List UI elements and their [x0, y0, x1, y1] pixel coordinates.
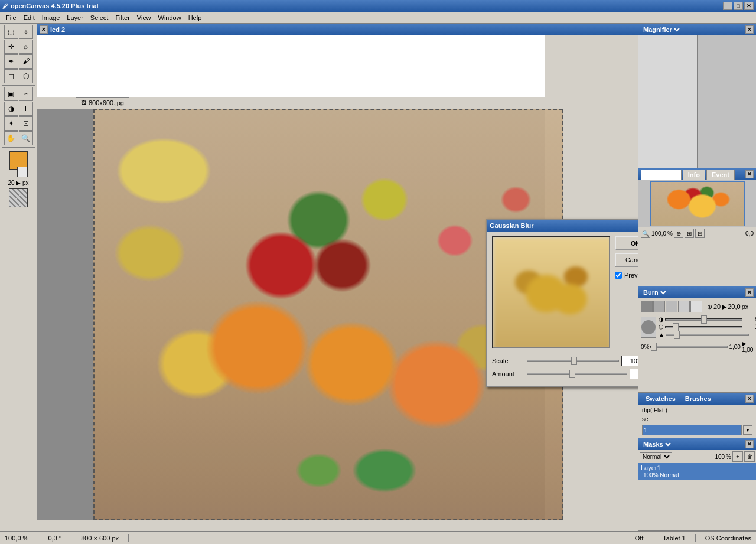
menu-view[interactable]: View [133, 13, 155, 22]
dialog-preview [492, 236, 610, 348]
close-button[interactable]: ✕ [744, 2, 754, 10]
minimize-button[interactable]: _ [723, 2, 732, 10]
tab-navigator[interactable]: Navigator [641, 170, 682, 180]
brush-preset-3[interactable] [666, 301, 677, 312]
swatches-close[interactable]: ✕ [745, 395, 754, 403]
eraser-tool[interactable]: ◻ [4, 69, 18, 83]
flow-slider[interactable] [665, 326, 742, 328]
canvas-window-title: led 2 [50, 26, 65, 33]
menu-file[interactable]: File [2, 13, 20, 22]
zoom-in-button[interactable]: ⊕ [674, 229, 683, 238]
right-panel: Magnifier ✕ Navigator Info Event [638, 24, 756, 531]
opacity-value: 100 [715, 454, 725, 460]
magnifier-title-bar: Magnifier ✕ [638, 24, 756, 35]
tab-info[interactable]: Info [683, 170, 705, 180]
layer-info: 100% Normal [641, 471, 754, 479]
masks-close[interactable]: ✕ [745, 440, 754, 448]
scale-value[interactable] [621, 356, 638, 366]
pattern-preview[interactable] [9, 188, 28, 207]
pen-tool[interactable]: ✒ [4, 54, 18, 69]
size-value: 20 [713, 303, 721, 310]
text-tool[interactable]: T [19, 102, 33, 116]
navigator-title-bar: Navigator Info Event ✕ [638, 168, 756, 180]
tab-brushes[interactable]: Brushes [680, 394, 716, 403]
angle-percent-start: 0% [641, 344, 649, 350]
status-coords: 0,0 ° [48, 535, 61, 542]
brush-preset-4[interactable] [678, 301, 690, 312]
magnifier-select[interactable]: Magnifier [641, 25, 682, 34]
brush-preset-1[interactable] [641, 301, 653, 312]
crop-tool[interactable]: ⊡ [19, 116, 33, 131]
masks-select[interactable]: Masks [641, 440, 673, 448]
actual-size-button[interactable]: ⊟ [695, 229, 705, 238]
toolbox: ⬚ ⟡ ✛ ⌕ ✒ 🖌 ◻ ⬡ ▣ ≈ ◑ T ✦ ⊡ ✋ 🔍 [0, 24, 37, 531]
tab-event[interactable]: Event [706, 170, 735, 180]
magnify-tool[interactable]: 🔍 [19, 131, 33, 145]
background-color[interactable] [17, 167, 28, 177]
canvas-close-button[interactable]: ✕ [40, 25, 48, 34]
brush-panel-select[interactable]: Burn [641, 288, 668, 297]
navigator-close-button[interactable]: ✕ [745, 170, 754, 178]
masks-add-btn[interactable]: + [732, 451, 743, 462]
masks-section: Masks ✕ Normal 100 % + 🗑 Layer1 [638, 438, 756, 531]
layer-row[interactable]: Layer1 100% Normal [638, 463, 756, 480]
canvas-tab-file[interactable]: 🖼 800x600.jpg [76, 97, 129, 108]
brush-preview-row: ◑ 50 % ⬡ 10 % [641, 315, 754, 339]
magnifier-content [638, 35, 756, 168]
title-bar: 🖌 openCanvas 4.5.20 Plus trial _ □ ✕ [0, 0, 756, 12]
magnifier-close-button[interactable]: ✕ [745, 25, 754, 34]
eyedropper-tool[interactable]: ✦ [4, 116, 18, 131]
brush-panel-content: ⊕ 20 ▶ 20,0 px ◑ [638, 298, 756, 357]
fit-button[interactable]: ⊞ [685, 229, 694, 238]
brush-value-input[interactable] [642, 425, 742, 435]
masks-mode-select[interactable]: Normal [640, 452, 672, 461]
opacity-slider[interactable] [665, 318, 742, 321]
gradient-tool[interactable]: ▣ [4, 87, 18, 101]
amount-slider[interactable] [527, 373, 627, 375]
status-tablet: Tablet 1 [663, 535, 686, 542]
blend-slider[interactable] [666, 334, 749, 336]
ok-button[interactable]: OK [615, 236, 638, 250]
hand-tool[interactable]: ✋ [4, 131, 18, 145]
menu-window[interactable]: Window [155, 13, 185, 22]
menu-select[interactable]: Select [87, 13, 112, 22]
status-os-coords: OS Coordinates [705, 535, 751, 542]
brush-tool[interactable]: 🖌 [19, 54, 33, 69]
preview-checkbox[interactable] [615, 272, 622, 279]
dialog-params: Scale % Amount [487, 353, 638, 386]
maximize-button[interactable]: □ [734, 2, 743, 10]
size-px-value: 20,0 [728, 303, 740, 310]
masks-title-bar: Masks ✕ [638, 438, 756, 450]
menu-help[interactable]: Help [185, 13, 206, 22]
brush-panel-close[interactable]: ✕ [745, 288, 754, 297]
menu-edit[interactable]: Edit [20, 13, 38, 22]
dialog-title-bar: Gaussian Blur ✕ [487, 220, 638, 232]
masks-trash-btn[interactable]: 🗑 [744, 451, 755, 462]
move-tool[interactable]: ✛ [4, 40, 18, 54]
angle-slider[interactable] [650, 346, 728, 348]
fill-tool[interactable]: ⬡ [19, 69, 33, 83]
scale-slider[interactable] [527, 360, 619, 362]
dodge-tool[interactable]: ◑ [4, 102, 18, 116]
lasso-tool[interactable]: ⟡ [19, 25, 33, 39]
cancel-button[interactable]: Cancel [615, 253, 638, 267]
amount-param-row: Amount [492, 369, 638, 379]
zoom-out-button[interactable]: 🔍 [641, 229, 650, 238]
canvas-file-name: 800x600.jpg [89, 99, 124, 106]
window-controls[interactable]: _ □ ✕ [723, 2, 754, 10]
menu-layer[interactable]: Layer [63, 13, 87, 22]
zoom-tool[interactable]: ⌕ [19, 40, 33, 54]
brush-preset-2[interactable] [653, 301, 665, 312]
brush-preset-5[interactable] [690, 301, 702, 312]
canvas-title-bar: ✕ led 2 [37, 24, 638, 35]
marquee-tool[interactable]: ⬚ [4, 25, 18, 39]
canvas-area: ✕ led 2 🖼 800x600.jpg [37, 24, 638, 531]
smudge-tool[interactable]: ≈ [19, 87, 33, 101]
menu-filter[interactable]: Filter [112, 13, 133, 22]
brush-dropdown-btn[interactable]: ▼ [743, 425, 752, 435]
menu-image[interactable]: Image [38, 13, 64, 22]
tab-swatches[interactable]: Swatches [641, 394, 680, 403]
amount-value[interactable] [630, 369, 638, 379]
opacity-row: ◑ 50 % [659, 316, 756, 323]
brush-circle [641, 320, 656, 334]
